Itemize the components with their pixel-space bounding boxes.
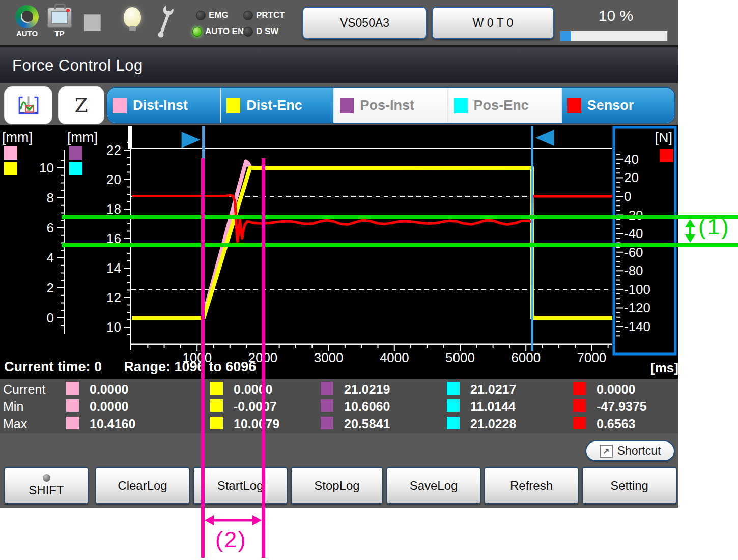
tp-led: [66, 9, 70, 12]
stats-value-dist-enc-current: 0.0000: [234, 382, 272, 397]
shift-button-label: SHIFT: [29, 483, 64, 497]
stats-swatch-pos-inst: [321, 382, 333, 395]
shift-button[interactable]: SHIFT: [4, 467, 89, 504]
svg-text:2: 2: [47, 280, 54, 296]
svg-text:-80: -80: [624, 263, 643, 278]
shift-led-icon: [43, 474, 50, 482]
svg-text:10: 10: [39, 160, 54, 175]
svg-text:-20: -20: [624, 208, 643, 223]
stats-value-pos-inst-current: 21.0219: [344, 382, 390, 397]
indicator-emg: EMG: [196, 10, 229, 20]
ms-unit-label: [ms]: [650, 360, 678, 376]
savelog-button[interactable]: SaveLog: [386, 467, 481, 504]
svg-text:40: 40: [624, 152, 639, 167]
current-time-text: Current time: 0: [4, 359, 102, 374]
wrench-icon[interactable]: [154, 4, 176, 41]
shortcut-button[interactable]: ↗ Shortcut: [585, 440, 675, 461]
chart-icon: [17, 94, 40, 117]
toolbar: AUTO TP EMGPRTCTAUTO END SW VS050A3 W 0 …: [0, 0, 678, 47]
prtct-led-icon: [243, 11, 253, 20]
auto-swirl-icon: [15, 5, 39, 28]
tab-dist-inst[interactable]: Dist-Inst: [107, 88, 220, 123]
pos-enc-tab-label: Pos-Enc: [474, 98, 529, 113]
startlog-button[interactable]: StartLog: [193, 467, 288, 504]
sensor-swatch: [567, 98, 581, 113]
svg-text:7000: 7000: [577, 350, 606, 365]
lamp-icon[interactable]: [123, 7, 141, 31]
shortcut-icon: ↗: [600, 445, 613, 458]
auto-en-label: AUTO EN: [205, 26, 244, 37]
indicator-prtct: PRTCT: [243, 10, 285, 20]
svg-text:5000: 5000: [445, 350, 475, 365]
cursor-start-triangle-icon[interactable]: [182, 132, 201, 148]
emg-label: EMG: [209, 10, 229, 20]
tab-pos-enc[interactable]: Pos-Enc: [447, 88, 561, 123]
emg-led-icon: [196, 11, 206, 20]
robot-name-button[interactable]: VS050A3: [302, 7, 427, 39]
indicator-d-sw: D SW: [243, 26, 278, 37]
stats-value-dist-inst-max: 10.4160: [90, 417, 135, 431]
prtct-label: PRTCT: [256, 10, 285, 20]
speed-progressbar: [560, 31, 668, 41]
range-text: Range: 1096 to 6096: [124, 359, 257, 374]
tab-sensor[interactable]: Sensor: [561, 88, 674, 123]
series-tab-group: Dist-InstDist-EncPos-InstPos-EncSensor: [106, 87, 675, 124]
stoplog-button[interactable]: StopLog: [291, 467, 383, 504]
stats-swatch-pos-inst: [321, 417, 333, 429]
page-title: Force Control Log: [12, 56, 143, 75]
cursor-end-triangle-icon[interactable]: [535, 130, 554, 146]
svg-text:0: 0: [624, 189, 631, 204]
clearlog-button[interactable]: ClearLog: [95, 467, 190, 504]
bulb-base: [129, 26, 136, 31]
indicator-auto-en: AUTO EN: [192, 26, 244, 37]
svg-text:3000: 3000: [314, 350, 344, 365]
refresh-button-label: Refresh: [510, 479, 553, 493]
dist-inst-swatch: [113, 98, 127, 113]
svg-text:20: 20: [106, 172, 121, 187]
zoom-z-button[interactable]: Z: [58, 86, 104, 124]
auto-mode-icon[interactable]: AUTO: [13, 5, 41, 38]
tab-pos-inst[interactable]: Pos-Inst: [333, 88, 447, 123]
tab-dist-enc[interactable]: Dist-Enc: [220, 88, 333, 123]
graph-view-button[interactable]: [4, 86, 52, 124]
svg-text:16: 16: [106, 231, 121, 246]
stats-swatch-dist-inst: [66, 382, 79, 395]
svg-text:6: 6: [47, 220, 54, 235]
stats-value-dist-inst-current: 0.0000: [90, 382, 128, 397]
svg-text:22: 22: [106, 142, 121, 158]
stats-value-pos-enc-current: 21.0217: [470, 382, 516, 397]
z-axis-label: Z: [75, 95, 88, 116]
stats-value-sensor-current: 0.0000: [597, 382, 635, 397]
stop-square-icon[interactable]: [84, 14, 101, 31]
stats-value-pos-inst-min: 10.6060: [344, 399, 390, 414]
svg-text:20: 20: [624, 170, 639, 185]
work-tool-button[interactable]: W 0 T 0: [432, 7, 554, 39]
stats-swatch-dist-enc: [210, 399, 223, 412]
stats-value-pos-enc-min: 11.0144: [470, 399, 516, 414]
stats-swatch-dist-inst: [66, 399, 79, 412]
pos-enc-swatch: [454, 98, 468, 113]
speed-percentage: 10 %: [584, 7, 647, 24]
stats-swatch-pos-enc: [447, 417, 460, 429]
teach-pendant-icon[interactable]: TP: [46, 5, 73, 38]
speed-progress-fill: [560, 31, 571, 41]
refresh-button[interactable]: Refresh: [484, 467, 579, 504]
svg-text:-120: -120: [624, 300, 650, 315]
stats-table: Current0.00000.000021.021921.02170.0000M…: [0, 379, 678, 433]
stats-row-label-min: Min: [3, 399, 23, 414]
svg-text:4000: 4000: [380, 350, 409, 365]
stats-swatch-sensor: [573, 382, 586, 395]
stats-swatch-dist-enc: [210, 417, 223, 429]
savelog-button-label: SaveLog: [410, 479, 458, 493]
auto-icon-label: AUTO: [13, 29, 41, 38]
svg-text:[N]: [N]: [655, 130, 672, 145]
time-info: Current time: 0 Range: 1096 to 6096: [4, 359, 256, 375]
svg-text:0: 0: [47, 310, 54, 326]
svg-text:[mm]: [mm]: [67, 130, 98, 145]
stats-value-dist-enc-min: -0.0007: [234, 399, 277, 414]
annotation-callout-2: (2): [215, 527, 247, 552]
svg-text:-40: -40: [624, 226, 643, 241]
setting-button[interactable]: Setting: [582, 467, 677, 504]
dist-enc-tab-label: Dist-Enc: [246, 98, 302, 113]
pos-inst-tab-label: Pos-Inst: [360, 98, 414, 113]
